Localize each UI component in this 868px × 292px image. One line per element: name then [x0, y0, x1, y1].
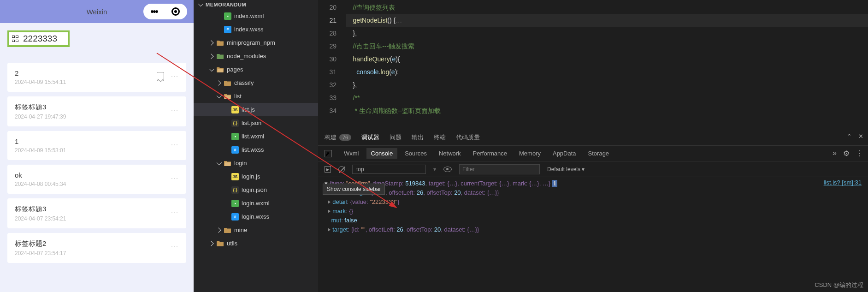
file-label: login.wxml	[242, 200, 270, 207]
devtab-memory[interactable]: Memory	[519, 150, 541, 157]
tree-item-utils[interactable]: utils	[194, 237, 318, 250]
tree-item-list[interactable]: list	[194, 89, 318, 103]
tree-item-pages[interactable]: pages	[194, 63, 318, 76]
panel-tab-构建[interactable]: 构建 76	[325, 133, 351, 142]
console-line[interactable]: ▾ {type: "confirm", timeStamp: 519843, t…	[325, 179, 862, 188]
chevron-up-icon[interactable]: ⌃	[847, 133, 852, 140]
panel-tab-调试器[interactable]: 调试器	[361, 133, 379, 142]
file-label: classify	[234, 79, 254, 86]
menu-icon[interactable]: ⋮	[856, 149, 863, 158]
levels-select[interactable]: Default levels ▾	[547, 166, 585, 173]
file-label: pages	[227, 66, 243, 73]
bookmark-icon[interactable]	[157, 72, 164, 81]
tree-item-index.wxml[interactable]: ▪index.wxml	[194, 9, 318, 23]
console-output: list.js? [sm]:31 ▾ {type: "confirm", tim…	[318, 177, 868, 236]
file-explorer: MEMORANDUM ▪index.wxml#index.wxssminipro…	[194, 0, 318, 292]
file-label: login.json	[242, 186, 267, 193]
capsule-button[interactable]: •••	[143, 4, 187, 19]
devtab-network[interactable]: Network	[439, 150, 461, 157]
file-label: list.wxml	[242, 133, 264, 140]
file-label: list.json	[242, 119, 261, 126]
app-title: Weixin	[87, 8, 107, 16]
panel-tabs: 构建 76调试器问题输出终端代码质量 ⌃ ✕	[318, 129, 868, 146]
tree-item-mine[interactable]: mine	[194, 223, 318, 237]
devtab-storage[interactable]: Storage	[588, 150, 609, 157]
simulator-pane: Weixin ••• 2223333 输入---回车 22024-04-09 1…	[0, 0, 194, 292]
panel-controls: ⌃ ✕	[847, 133, 863, 140]
devtab-performance[interactable]: Performance	[473, 150, 507, 157]
chevron-right-icon	[208, 54, 213, 59]
console-line[interactable]: mark: {}	[325, 207, 862, 216]
gear-icon[interactable]: ⚙	[843, 149, 850, 158]
tree-item-login.js[interactable]: JSlogin.js	[194, 170, 318, 183]
inspect-icon[interactable]: ⬈	[325, 150, 332, 157]
menu-dots-icon[interactable]: •••	[150, 6, 157, 17]
list-item[interactable]: 12024-04-09 15:53:01⋮	[7, 131, 186, 160]
devtab-wxml[interactable]: Wxml	[344, 150, 359, 157]
more-icon[interactable]: ⋮	[170, 73, 179, 80]
eye-icon[interactable]	[443, 167, 452, 172]
search-box[interactable]: 2223333	[7, 30, 70, 47]
file-label: utils	[227, 240, 237, 247]
file-label: list.js	[242, 106, 255, 113]
code-area[interactable]: //查询便签列表 getNodeList() {… }, //点击回车---触发…	[346, 0, 868, 129]
tree-item-list.json[interactable]: {.}list.json	[194, 116, 318, 130]
more-icon[interactable]: »	[833, 149, 837, 158]
tree-item-login.wxml[interactable]: ▪login.wxml	[194, 197, 318, 210]
devtab-appdata[interactable]: AppData	[553, 150, 576, 157]
memo-list: 22024-04-09 15:54:11⋮标签标题32024-04-27 19:…	[7, 63, 186, 263]
panel-tab-终端[interactable]: 终端	[434, 133, 446, 142]
console-line[interactable]: currentTarget: {id: "", offsetLeft: 26, …	[325, 188, 862, 197]
item-date: 2024-04-09 15:53:01	[15, 147, 179, 154]
code-editor[interactable]: 202128293031323334 //查询便签列表 getNodeList(…	[318, 0, 868, 129]
more-icon[interactable]: ⋮	[170, 175, 179, 182]
panel-tab-输出[interactable]: 输出	[412, 133, 424, 142]
tree-item-node_modules[interactable]: node_modules	[194, 49, 318, 63]
list-item[interactable]: 标签标题32024-04-27 19:47:39⋮	[7, 96, 186, 126]
console-line[interactable]: target: {id: "", offsetLeft: 26, offsetT…	[325, 225, 862, 234]
more-icon[interactable]: ⋮	[170, 107, 179, 114]
devtools-right: » ⚙ ⋮	[833, 149, 863, 158]
tree-item-login.json[interactable]: {.}login.json	[194, 183, 318, 197]
panel-tab-代码质量[interactable]: 代码质量	[456, 133, 480, 142]
chevron-right-icon	[216, 80, 221, 85]
file-label: list.wxss	[242, 146, 264, 153]
list-item[interactable]: 标签标题22024-04-07 23:54:17⋮	[7, 233, 186, 263]
devtab-console[interactable]: Console	[366, 148, 398, 159]
list-item[interactable]: ok2024-04-08 00:45:34⋮	[7, 165, 186, 194]
tree-item-classify[interactable]: classify	[194, 76, 318, 89]
item-date: 2024-04-09 15:54:11	[15, 79, 179, 85]
tree-item-list.wxml[interactable]: ▪list.wxml	[194, 130, 318, 143]
sidebar-toggle-icon[interactable]: ▸	[325, 166, 331, 173]
chevron-right-icon	[216, 227, 221, 232]
file-label: login.wxss	[242, 213, 269, 220]
list-item[interactable]: 22024-04-09 15:54:11⋮	[7, 63, 186, 92]
filter-input[interactable]	[459, 164, 540, 174]
devtab-sources[interactable]: Sources	[405, 150, 427, 157]
more-icon[interactable]: ⋮	[170, 209, 179, 216]
list-item[interactable]: 标签标题32024-04-07 23:54:21⋮	[7, 198, 186, 228]
devtools-tabs: ⬈ WxmlConsoleSourcesNetworkPerformanceMe…	[318, 146, 868, 161]
close-icon[interactable]: ✕	[858, 133, 863, 140]
tree-item-list.wxss[interactable]: #list.wxss	[194, 143, 318, 156]
clear-icon[interactable]	[338, 166, 345, 173]
context-select[interactable]: top	[352, 165, 426, 174]
search-input[interactable]: 2223333	[23, 34, 57, 44]
target-icon[interactable]	[171, 7, 180, 16]
item-date: 2024-04-07 23:54:21	[15, 215, 179, 222]
more-icon[interactable]: ⋮	[170, 243, 179, 250]
more-icon[interactable]: ⋮	[170, 141, 179, 149]
tree-item-index.wxss[interactable]: #index.wxss	[194, 23, 318, 36]
source-link[interactable]: list.js? [sm]:31	[824, 179, 862, 186]
item-title: 标签标题3	[15, 103, 179, 112]
console-line[interactable]: mut: false	[325, 216, 862, 225]
console-line[interactable]: detail: {value: "2223333"}	[325, 197, 862, 207]
tree-item-login[interactable]: login	[194, 156, 318, 170]
explorer-header[interactable]: MEMORANDUM	[194, 0, 318, 9]
tree-item-miniprogram_npm[interactable]: miniprogram_npm	[194, 36, 318, 49]
tree-item-list.js[interactable]: JSlist.js	[194, 103, 318, 116]
bottom-panel: 构建 76调试器问题输出终端代码质量 ⌃ ✕ ⬈ WxmlConsoleSour…	[318, 129, 868, 292]
panel-tab-问题[interactable]: 问题	[390, 133, 402, 142]
tree-item-login.wxss[interactable]: #login.wxss	[194, 210, 318, 223]
file-tree: ▪index.wxml#index.wxssminiprogram_npmnod…	[194, 9, 318, 250]
